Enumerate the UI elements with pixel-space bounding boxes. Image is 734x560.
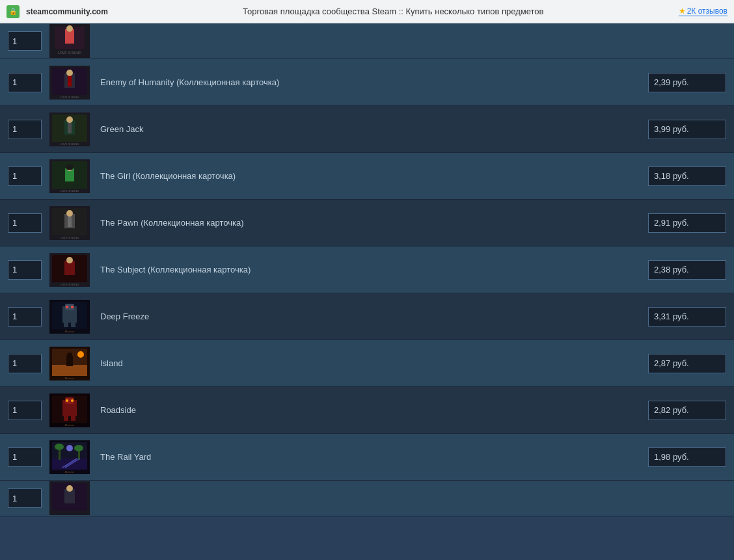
item-image-partial: LOVE IS BLIND xyxy=(49,24,90,58)
price-input-the-girl[interactable] xyxy=(648,167,726,186)
svg-point-15 xyxy=(66,116,73,123)
item-row-partial-bottom xyxy=(0,481,734,516)
svg-point-9 xyxy=(66,70,73,76)
svg-rect-57 xyxy=(71,416,75,421)
item-name-the-subject: The Subject (Коллекционная карточка) xyxy=(100,265,648,274)
price-input-enemy-of-humanity[interactable] xyxy=(648,73,726,92)
svg-text:Alicense: Alicense xyxy=(64,423,75,427)
item-name-island: Island xyxy=(100,358,648,368)
svg-rect-45 xyxy=(52,365,87,376)
qty-input-roadside[interactable] xyxy=(8,401,42,420)
browser-domain: steamcommunity.com xyxy=(26,7,108,16)
svg-text:LOVE IS BLIND: LOVE IS BLIND xyxy=(61,189,79,193)
qty-input-partial-bottom[interactable] xyxy=(8,488,42,508)
item-row-the-pawn: LOVE IS BLIND The Pawn (Коллекционная ка… xyxy=(0,200,734,247)
price-input-island[interactable] xyxy=(648,354,726,373)
item-image-green-jack: LOVE IS BLIND xyxy=(49,113,90,146)
item-row-the-subject: LOVE IS BLIND The Subject (Коллекционная… xyxy=(0,247,734,293)
item-image-the-pawn: LOVE IS BLIND xyxy=(49,206,90,240)
item-image-roadside: Alicense xyxy=(49,393,90,427)
svg-point-47 xyxy=(67,353,72,358)
star-icon: ★ xyxy=(679,7,686,16)
svg-text:LOVE IS BLIND: LOVE IS BLIND xyxy=(58,51,81,55)
item-name-the-girl: The Girl (Коллекционная карточка) xyxy=(100,171,648,181)
qty-input-island[interactable] xyxy=(8,354,42,373)
qty-input-the-rail-yard[interactable] xyxy=(8,447,42,467)
svg-point-4 xyxy=(66,25,73,32)
svg-rect-26 xyxy=(68,215,72,227)
svg-text:LOVE IS BLIND: LOVE IS BLIND xyxy=(61,236,79,239)
item-name-the-pawn: The Pawn (Коллекционная карточка) xyxy=(100,218,648,228)
svg-point-39 xyxy=(71,306,74,308)
svg-text:LOVE IS BLIND: LOVE IS BLIND xyxy=(61,96,79,99)
svg-point-55 xyxy=(71,399,74,402)
item-image-the-subject: LOVE IS BLIND xyxy=(49,253,90,287)
qty-input-partial[interactable] xyxy=(8,31,42,51)
svg-point-63 xyxy=(55,444,64,450)
item-row-green-jack: LOVE IS BLIND Green Jack xyxy=(0,106,734,153)
qty-input-the-girl[interactable] xyxy=(8,167,42,186)
svg-point-65 xyxy=(74,445,83,451)
item-image-partial-bottom xyxy=(49,481,90,515)
svg-rect-8 xyxy=(68,75,72,87)
item-row-partial-top: LOVE IS BLIND xyxy=(0,23,734,59)
item-row-the-girl: LOVE IS BLIND The Girl (Коллекционная ка… xyxy=(0,153,734,200)
item-image-the-girl: LOVE IS BLIND xyxy=(49,159,90,193)
svg-text:LOVE IS BLIND: LOVE IS BLIND xyxy=(61,142,79,146)
item-image-the-rail-yard: Alicense xyxy=(49,440,90,474)
item-row-deep-freeze: Alicense Deep Freeze xyxy=(0,293,734,340)
svg-rect-40 xyxy=(64,322,68,327)
price-input-green-jack[interactable] xyxy=(648,120,726,139)
item-image-island: Alicense xyxy=(49,347,90,380)
qty-input-the-pawn[interactable] xyxy=(8,213,42,233)
svg-point-27 xyxy=(66,210,73,217)
item-row-roadside: Alicense Roadside xyxy=(0,387,734,434)
svg-point-48 xyxy=(77,351,84,358)
item-row-enemy-of-humanity: LOVE IS BLIND Enemy of Humanity (Коллекц… xyxy=(0,59,734,106)
item-row-the-rail-yard: Alicense The Rail Yard xyxy=(0,434,734,481)
browser-title: Торговая площадка сообщества Steam :: Ку… xyxy=(115,7,672,16)
item-name-roadside: Roadside xyxy=(100,405,648,415)
svg-rect-61 xyxy=(52,459,87,470)
item-name-the-rail-yard: The Rail Yard xyxy=(100,452,648,462)
svg-rect-56 xyxy=(64,416,68,421)
item-image-deep-freeze: Alicense xyxy=(49,300,90,334)
browser-favicon: 🔒 xyxy=(7,5,20,18)
price-input-roadside[interactable] xyxy=(648,401,726,420)
item-name-green-jack: Green Jack xyxy=(100,124,648,134)
qty-input-the-subject[interactable] xyxy=(8,260,42,280)
item-name-enemy-of-humanity: Enemy of Humanity (Коллекционная карточк… xyxy=(100,77,648,87)
svg-point-73 xyxy=(66,485,73,492)
svg-text:Alicense: Alicense xyxy=(64,470,75,473)
svg-rect-14 xyxy=(68,122,72,133)
lock-icon: 🔒 xyxy=(9,8,17,15)
svg-point-54 xyxy=(66,399,68,402)
svg-point-32 xyxy=(66,257,73,263)
svg-text:Alicense: Alicense xyxy=(64,330,75,333)
browser-bar: 🔒 steamcommunity.com Торговая площадка с… xyxy=(0,0,734,23)
svg-text:Alicense: Alicense xyxy=(64,377,75,380)
svg-rect-41 xyxy=(71,322,75,327)
item-name-deep-freeze: Deep Freeze xyxy=(100,312,648,321)
qty-input-enemy-of-humanity[interactable] xyxy=(8,73,42,92)
price-input-the-subject[interactable] xyxy=(648,260,726,280)
qty-input-green-jack[interactable] xyxy=(8,120,42,139)
price-input-the-rail-yard[interactable] xyxy=(648,447,726,467)
svg-rect-21 xyxy=(66,165,73,170)
item-row-island: Alicense Island xyxy=(0,340,734,387)
svg-text:LOVE IS BLIND: LOVE IS BLIND xyxy=(61,283,79,286)
qty-input-deep-freeze[interactable] xyxy=(8,307,42,327)
svg-point-38 xyxy=(66,306,68,308)
svg-point-66 xyxy=(66,445,73,451)
price-input-deep-freeze[interactable] xyxy=(648,307,726,327)
item-image-enemy-of-humanity: LOVE IS BLIND xyxy=(49,66,90,100)
browser-reviews: ★2К отзывов xyxy=(679,7,727,16)
content-area: LOVE IS BLIND LOVE IS BLIND Enemy of Hum… xyxy=(0,23,734,560)
price-input-the-pawn[interactable] xyxy=(648,213,726,233)
